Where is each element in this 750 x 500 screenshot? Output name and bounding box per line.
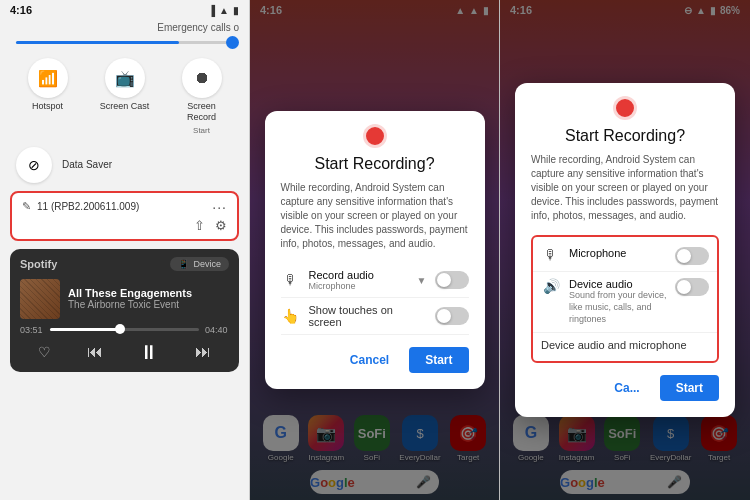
start-button-3[interactable]: Start <box>660 375 719 401</box>
notif-header: ✎ 11 (RPB2.200611.009) ··· <box>22 199 227 215</box>
record-audio-title: Record audio <box>309 269 409 281</box>
track-info: All These Engagements The Airborne Toxic… <box>68 287 192 310</box>
record-audio-toggle[interactable] <box>435 271 469 289</box>
cancel-button-3[interactable]: Ca... <box>602 375 651 401</box>
skip-forward-button[interactable]: ⏭ <box>195 343 211 361</box>
microphone-toggle[interactable] <box>675 247 709 265</box>
device-audio-text: Device audio Sound from your device, lik… <box>569 278 667 325</box>
dialog-desc-2: While recording, Android System can capt… <box>281 181 469 251</box>
brightness-fill <box>16 41 179 44</box>
recording-dialog-2: Start Recording? While recording, Androi… <box>265 111 485 389</box>
tile-screencast[interactable]: 📺 Screen Cast <box>95 58 155 135</box>
hotspot-icon: 📶 <box>28 58 68 98</box>
record-icon-2 <box>281 127 469 149</box>
screenrecord-sublabel: Start <box>193 126 210 135</box>
status-icons-1: ▐ ▲ ▮ <box>208 5 239 16</box>
spotify-logo: Spotify <box>20 258 57 270</box>
device-icon: 📱 <box>178 259 189 269</box>
screencast-icon: 📺 <box>105 58 145 98</box>
show-touches-toggle[interactable] <box>435 307 469 325</box>
panel-android-quick-settings: 4:16 ▐ ▲ ▮ Emergency calls o 📶 Hotspot 📺… <box>0 0 250 500</box>
pause-button[interactable]: ⏸ <box>139 341 159 364</box>
device-audio-option[interactable]: 🔊 Device audio Sound from your device, l… <box>533 272 717 332</box>
progress-thumb <box>115 324 125 334</box>
dialog-buttons-2: Cancel Start <box>281 347 469 373</box>
record-dot-3 <box>616 99 634 117</box>
dialog-title-3: Start Recording? <box>531 127 719 145</box>
spotify-device-badge[interactable]: 📱 Device <box>170 257 229 271</box>
notif-settings-icon[interactable]: ⚙ <box>215 218 227 233</box>
record-audio-sublabel: Microphone <box>309 281 409 291</box>
dialog-desc-3: While recording, Android System can capt… <box>531 153 719 223</box>
start-button-2[interactable]: Start <box>409 347 468 373</box>
tile-hotspot[interactable]: 📶 Hotspot <box>18 58 78 135</box>
panel3-content: 4:16 ⊖ ▲ ▮ 86% Start Recording? While re… <box>500 0 750 500</box>
touch-icon-2: 👆 <box>281 308 301 324</box>
status-time-1: 4:16 <box>10 4 32 16</box>
emergency-text: Emergency calls o <box>157 22 239 33</box>
device-and-mic-label: Device audio and microphone <box>541 339 687 351</box>
record-audio-label: Record audio Microphone <box>309 269 409 291</box>
time-total: 04:40 <box>205 325 229 335</box>
progress-track[interactable] <box>50 328 199 331</box>
edit-icon: ✎ <box>22 200 31 213</box>
progress-fill <box>50 328 120 331</box>
toggle-knob-2 <box>437 309 451 323</box>
dialog-overlay-3: Start Recording? While recording, Androi… <box>500 0 750 500</box>
time-elapsed: 03:51 <box>20 325 44 335</box>
spotify-header: Spotify 📱 Device <box>20 257 229 271</box>
hotspot-label: Hotspot <box>32 101 63 112</box>
device-audio-desc: Sound from your device, like music, call… <box>569 290 667 325</box>
show-touches-label: Show touches on screen <box>309 304 427 328</box>
data-saver-row: ⊘ Data Saver <box>0 143 249 187</box>
notification-item[interactable]: ✎ 11 (RPB2.200611.009) ··· ⇧ ⚙ <box>10 191 239 241</box>
panel-android-recording-expanded: 4:16 ⊖ ▲ ▮ 86% Start Recording? While re… <box>500 0 750 500</box>
device-and-mic-option[interactable]: Device audio and microphone <box>533 333 717 357</box>
brightness-slider[interactable] <box>16 41 233 44</box>
recording-dialog-3: Start Recording? While recording, Androi… <box>515 83 735 416</box>
dialog-overlay-2: Start Recording? While recording, Androi… <box>250 0 499 500</box>
device-label: Device <box>193 259 221 269</box>
skip-back-button[interactable]: ⏮ <box>87 343 103 361</box>
microphone-title: Microphone <box>569 247 667 259</box>
device-audio-icon: 🔊 <box>541 278 561 294</box>
mic-toggle-knob <box>677 249 691 263</box>
toggle-knob-1 <box>437 273 451 287</box>
screenrecord-label: Screen Record <box>172 101 232 123</box>
data-saver-label: Data Saver <box>62 159 112 170</box>
record-dot-2 <box>366 127 384 145</box>
dropdown-arrow-2[interactable]: ▼ <box>417 275 427 286</box>
record-audio-option[interactable]: 🎙 Record audio Microphone ▼ <box>281 263 469 298</box>
notif-share-icon[interactable]: ⇧ <box>194 218 205 233</box>
notif-title-text: 11 (RPB2.200611.009) <box>37 201 206 212</box>
screencast-label: Screen Cast <box>100 101 150 112</box>
signal-icon: ▐ <box>208 5 215 16</box>
track-title: All These Engagements <box>68 287 192 299</box>
heart-button[interactable]: ♡ <box>38 344 51 360</box>
mic-icon-opt: 🎙 <box>541 247 561 263</box>
tile-screenrecord[interactable]: ⏺ Screen Record Start <box>172 58 232 135</box>
microphone-icon-2: 🎙 <box>281 272 301 288</box>
microphone-option[interactable]: 🎙 Microphone <box>533 241 717 272</box>
show-touches-option[interactable]: 👆 Show touches on screen <box>281 298 469 335</box>
record-icon-3 <box>531 99 719 121</box>
screenrecord-icon: ⏺ <box>182 58 222 98</box>
playback-controls: ♡ ⏮ ⏸ ⏭ <box>20 341 229 364</box>
device-toggle-knob <box>677 280 691 294</box>
panel-android-recording-dialog: 4:16 ▲ ▲ ▮ Start Recording? While record… <box>250 0 500 500</box>
battery-icon: ▮ <box>233 5 239 16</box>
audio-options-box: 🎙 Microphone 🔊 Device audio Sound from y… <box>531 235 719 362</box>
dialog-buttons-3: Ca... Start <box>531 375 719 401</box>
microphone-option-text: Microphone <box>569 247 667 259</box>
cancel-button-2[interactable]: Cancel <box>338 347 401 373</box>
dialog-title-2: Start Recording? <box>281 155 469 173</box>
track-artist: The Airborne Toxic Event <box>68 299 192 310</box>
status-bar-1: 4:16 ▐ ▲ ▮ <box>0 0 249 20</box>
brightness-thumb <box>226 36 239 49</box>
emergency-bar: Emergency calls o <box>0 20 249 35</box>
notif-more-dots[interactable]: ··· <box>212 199 227 215</box>
data-saver-icon: ⊘ <box>16 147 52 183</box>
device-audio-toggle[interactable] <box>675 278 709 296</box>
wifi-icon: ▲ <box>219 5 229 16</box>
progress-row: 03:51 04:40 <box>20 325 229 335</box>
